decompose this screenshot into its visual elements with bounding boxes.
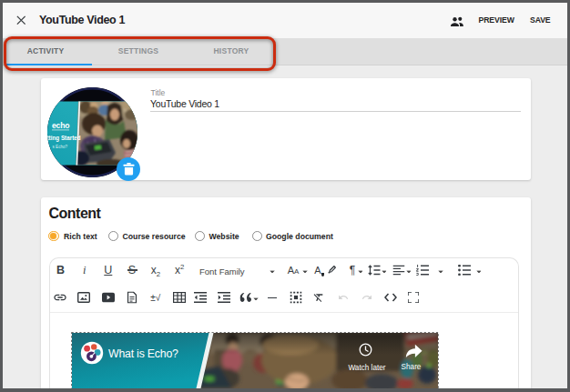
svg-text:What is Echo?: What is Echo?: [108, 347, 178, 360]
svg-text:tting Started: tting Started: [47, 134, 81, 141]
svg-text:echo: echo: [52, 120, 69, 129]
svg-text:Share: Share: [402, 363, 422, 371]
svg-text:s Echo?: s Echo?: [53, 144, 68, 148]
svg-text:Watch later: Watch later: [348, 364, 385, 372]
